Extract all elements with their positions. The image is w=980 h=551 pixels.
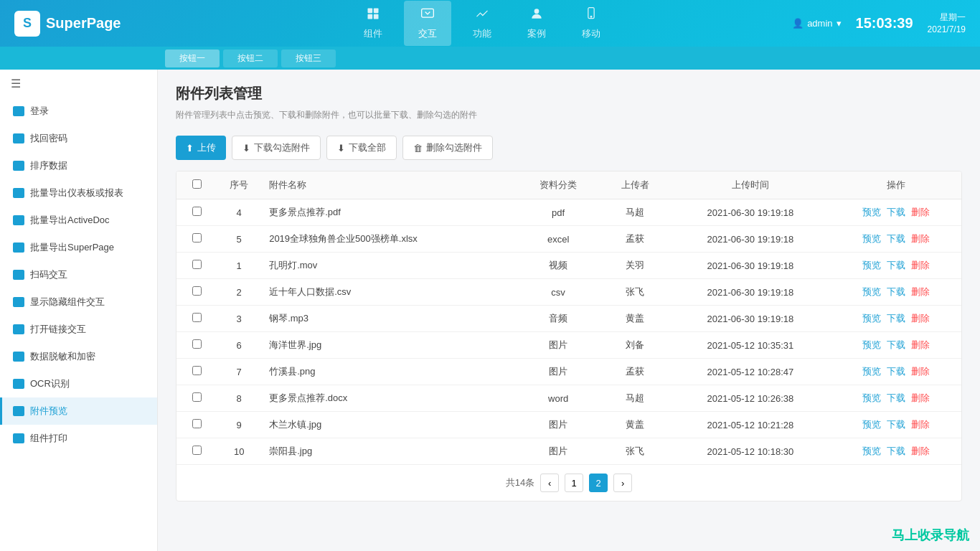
row-name-2: 孔明灯.mov — [260, 253, 516, 279]
delete-btn-4[interactable]: 删除 — [911, 312, 930, 325]
sidebar-item-12[interactable]: 组件打印 — [0, 425, 157, 452]
download-btn-3[interactable]: 下载 — [887, 286, 905, 298]
delete-btn-7[interactable]: 删除 — [911, 392, 930, 405]
row-checkbox-4[interactable] — [192, 313, 202, 322]
sidebar-item-7[interactable]: 显示隐藏组件交互 — [0, 288, 157, 316]
download-btn-9[interactable]: 下载 — [887, 445, 905, 458]
row-id-7: 8 — [217, 385, 260, 412]
row-name-3: 近十年人口数据.csv — [260, 279, 516, 306]
row-name-0: 更多景点推荐.pdf — [260, 199, 516, 226]
sidebar-toggle[interactable]: ☰ — [0, 70, 157, 98]
案例-nav-icon — [529, 6, 545, 24]
row-checkbox-2[interactable] — [192, 260, 202, 269]
nav-item-功能[interactable]: 功能 — [458, 1, 506, 46]
row-type-7: word — [516, 385, 600, 412]
prev-page-button[interactable]: ‹ — [540, 474, 559, 492]
delete-btn-9[interactable]: 删除 — [911, 445, 930, 458]
sub-nav-btn-3[interactable]: 按钮三 — [281, 50, 336, 67]
delete-btn-1[interactable]: 删除 — [911, 232, 930, 245]
download-btn-0[interactable]: 下载 — [887, 206, 905, 219]
row-time-6: 2021-05-12 10:28:47 — [670, 359, 831, 385]
delete-btn-3[interactable]: 删除 — [911, 286, 930, 298]
sidebar-icon-1 — [13, 133, 24, 143]
sidebar-icon-12 — [13, 433, 24, 443]
download-all-button[interactable]: ⬇ 下载全部 — [326, 136, 397, 160]
sidebar-item-9[interactable]: 数据脱敏和加密 — [0, 343, 157, 370]
preview-btn-9[interactable]: 预览 — [862, 445, 881, 458]
download-btn-4[interactable]: 下载 — [887, 312, 905, 325]
preview-btn-6[interactable]: 预览 — [862, 365, 881, 378]
delete-btn-6[interactable]: 删除 — [911, 365, 930, 378]
sidebar-item-3[interactable]: 批量导出仪表板或报表 — [0, 179, 157, 207]
sidebar-item-8[interactable]: 打开链接交互 — [0, 316, 157, 343]
交互-nav-icon — [420, 6, 435, 24]
nav-item-案例[interactable]: 案例 — [513, 1, 560, 46]
delete-checked-button[interactable]: 🗑 删除勾选附件 — [402, 136, 493, 160]
row-time-5: 2021-05-12 10:35:31 — [670, 332, 831, 359]
sidebar-item-5[interactable]: 批量导出SuperPage — [0, 234, 157, 261]
preview-btn-0[interactable]: 预览 — [862, 206, 881, 219]
download-checked-icon: ⬇ — [242, 143, 250, 154]
nav-item-组件[interactable]: 组件 — [349, 1, 397, 46]
delete-btn-0[interactable]: 删除 — [911, 206, 930, 219]
user-info[interactable]: 👤 admin ▾ — [792, 18, 841, 29]
row-name-7: 更多景点推荐.docx — [260, 385, 516, 412]
logo-area: S SuperPage — [14, 11, 172, 37]
row-checkbox-7[interactable] — [192, 392, 202, 402]
sidebar-item-6[interactable]: 扫码交互 — [0, 261, 157, 288]
download-btn-5[interactable]: 下载 — [887, 339, 905, 352]
preview-btn-7[interactable]: 预览 — [862, 392, 881, 405]
download-checked-button[interactable]: ⬇ 下载勾选附件 — [232, 136, 321, 160]
page-btn-1[interactable]: 1 — [565, 474, 583, 492]
col-header-type: 资料分类 — [516, 171, 600, 199]
nav-item-交互[interactable]: 交互 — [404, 1, 451, 46]
sidebar-icon-10 — [13, 379, 24, 389]
sidebar-label-8: 打开链接交互 — [30, 323, 86, 336]
row-checkbox-9[interactable] — [192, 446, 202, 455]
row-checkbox-0[interactable] — [192, 207, 202, 216]
row-checkbox-5[interactable] — [192, 339, 202, 349]
sub-nav-btn-1[interactable]: 按钮一 — [165, 50, 220, 67]
row-uploader-4: 黄盖 — [600, 306, 670, 332]
download-btn-7[interactable]: 下载 — [887, 392, 905, 405]
row-checkbox-1[interactable] — [192, 233, 202, 242]
preview-btn-2[interactable]: 预览 — [862, 259, 881, 272]
delete-btn-8[interactable]: 删除 — [911, 418, 930, 431]
preview-btn-4[interactable]: 预览 — [862, 312, 881, 325]
preview-btn-3[interactable]: 预览 — [862, 286, 881, 298]
sidebar-label-1: 找回密码 — [30, 132, 67, 145]
download-btn-6[interactable]: 下载 — [887, 365, 905, 378]
download-btn-2[interactable]: 下载 — [887, 259, 905, 272]
download-btn-1[interactable]: 下载 — [887, 232, 905, 245]
sidebar-item-11[interactable]: 附件预览 — [0, 397, 157, 425]
col-header-time: 上传时间 — [670, 171, 831, 199]
delete-btn-2[interactable]: 删除 — [911, 259, 930, 272]
col-header-id: 序号 — [217, 171, 260, 199]
sidebar-item-1[interactable]: 找回密码 — [0, 125, 157, 152]
row-checkbox-8[interactable] — [192, 419, 202, 428]
row-uploader-6: 孟获 — [600, 359, 670, 385]
select-all-checkbox[interactable] — [192, 179, 202, 189]
sidebar-item-4[interactable]: 批量导出ActiveDoc — [0, 207, 157, 234]
next-page-button[interactable]: › — [613, 474, 632, 492]
sidebar-item-10[interactable]: OCR识别 — [0, 370, 157, 397]
delete-btn-5[interactable]: 删除 — [911, 339, 930, 352]
sidebar-item-0[interactable]: 登录 — [0, 98, 157, 125]
nav-item-移动[interactable]: 移动 — [567, 1, 615, 46]
preview-btn-1[interactable]: 预览 — [862, 232, 881, 245]
download-btn-8[interactable]: 下载 — [887, 418, 905, 431]
clock: 15:03:39 — [856, 15, 913, 32]
row-checkbox-6[interactable] — [192, 366, 202, 375]
row-name-1: 2019全球独角兽企业500强榜单.xlsx — [260, 226, 516, 253]
row-actions-1: 预览 下载 删除 — [839, 232, 953, 245]
row-checkbox-3[interactable] — [192, 286, 202, 296]
upload-button[interactable]: ⬆ 上传 — [176, 136, 226, 160]
page-btn-2[interactable]: 2 — [589, 474, 608, 492]
sidebar-item-2[interactable]: 排序数据 — [0, 152, 157, 179]
preview-btn-5[interactable]: 预览 — [862, 339, 881, 352]
row-time-0: 2021-06-30 19:19:18 — [670, 199, 831, 226]
table-row: 5 2019全球独角兽企业500强榜单.xlsx excel 孟获 2021-0… — [176, 226, 961, 253]
sub-nav-btn-2[interactable]: 按钮二 — [223, 50, 278, 67]
preview-btn-8[interactable]: 预览 — [862, 418, 881, 431]
移动-nav-icon — [583, 6, 599, 24]
